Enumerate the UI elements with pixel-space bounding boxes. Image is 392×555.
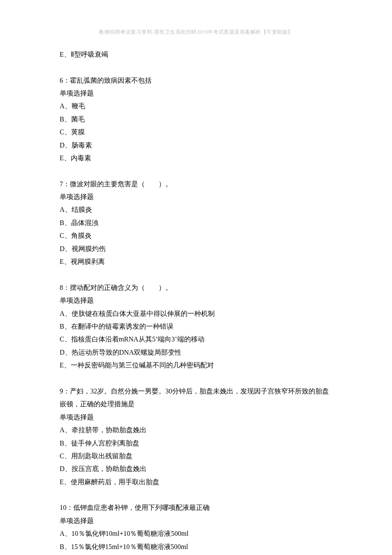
q10-option-a: A、10％氯化钾10ml+10％葡萄糖溶液500ml (60, 527, 332, 540)
q7-option-a: A、结膜炎 (60, 203, 332, 216)
q10-option-c: C、10％氯化钾20ml+10％葡萄糖溶液500ml (60, 553, 332, 555)
spacer (60, 165, 332, 177)
q6-option-e: E、内毒素 (60, 152, 332, 165)
q7-option-e: E、视网膜剥离 (60, 255, 332, 268)
q7-option-b: B、晶体混浊 (60, 217, 332, 229)
q10-type: 单项选择题 (60, 515, 332, 527)
q6-option-d: D、肠毒素 (60, 139, 332, 152)
q6-option-b: B、菌毛 (60, 113, 332, 126)
spacer (60, 268, 332, 281)
q9-type: 单项选择题 (60, 411, 332, 424)
q7-option-c: C、角膜炎 (60, 229, 332, 242)
q9-option-a: A、牵拉脐带，协助胎盘娩出 (60, 424, 332, 436)
q8-option-a: A、使肽键在核蛋白体大亚基中得以伸展的一种机制 (60, 307, 332, 320)
q9-option-c: C、用刮匙取出残留胎盘 (60, 450, 332, 462)
spacer (60, 61, 332, 74)
q9-prompt: 9：产妇，32岁。自然分娩一男婴。30分钟后，胎盘未娩出，发现因子宫狭窄环所致的… (60, 385, 332, 411)
q8-option-d: D、热运动所导致的DNA双螺旋局部变性 (60, 346, 332, 359)
q7-prompt: 7：微波对眼的主要危害是（ ）。 (60, 178, 332, 191)
spacer (60, 372, 332, 385)
page-content: E、Ⅱ型呼吸衰竭 6：霍乱弧菌的致病因素不包括 单项选择题 A、鞭毛 B、菌毛 … (60, 48, 332, 555)
q6-option-c: C、荚膜 (60, 126, 332, 139)
q6-option-a: A、鞭毛 (60, 100, 332, 113)
q8-option-b: B、在翻译中的链霉素诱发的一种错误 (60, 320, 332, 333)
q9-option-d: D、按压宫底，协助胎盘娩出 (60, 462, 332, 475)
q6-type: 单项选择题 (60, 87, 332, 100)
q9-option-b: B、徒手伸人宫腔剥离胎盘 (60, 437, 332, 450)
q10-prompt: 10：低钾血症患者补钾，使用下列哪项配液最正确 (60, 501, 332, 514)
page: 教师招聘考试复习资料-富民卫生系统招聘2019年考试真题及答案解析【可复制版】 … (0, 0, 392, 555)
q8-option-e: E、一种反密码能与第三位碱基不同的几种密码配对 (60, 359, 332, 372)
q10-option-b: B、15％氯化钾15ml+10％葡萄糖溶液500ml (60, 541, 332, 553)
q7-option-d: D、视网膜灼伤 (60, 243, 332, 255)
q9-option-e: E、使用麻醉药后，用手取出胎盘 (60, 476, 332, 489)
spacer (60, 489, 332, 501)
q8-prompt: 8：摆动配对的正确含义为（ ）。 (60, 281, 332, 294)
q7-type: 单项选择题 (60, 191, 332, 203)
q8-type: 单项选择题 (60, 294, 332, 307)
q6-prompt: 6：霍乱弧菌的致病因素不包括 (60, 74, 332, 87)
q8-option-c: C、指核蛋白体沿着mRNA从其5’端向3’端的移动 (60, 333, 332, 346)
q5-option-e: E、Ⅱ型呼吸衰竭 (60, 48, 332, 61)
page-header: 教师招聘考试复习资料-富民卫生系统招聘2019年考试真题及答案解析【可复制版】 (60, 27, 332, 37)
